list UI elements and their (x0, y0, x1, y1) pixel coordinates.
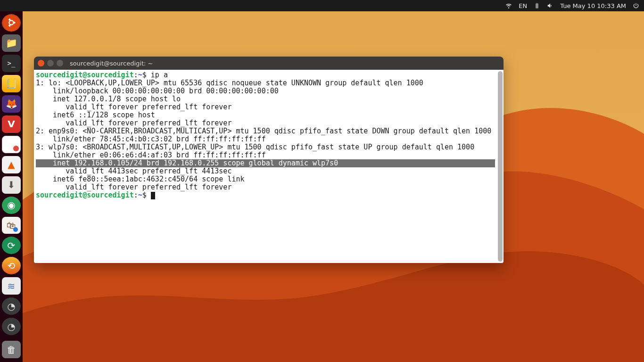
text-editor-icon[interactable] (2, 136, 21, 153)
sound-indicator[interactable] (547, 2, 553, 9)
terminal-output-line: valid_lft forever preferred_lft forever (36, 119, 231, 127)
window-close-button[interactable] (38, 60, 44, 66)
wifi-icon (505, 2, 512, 9)
prompt-user: sourcedigit@sourcedigit (36, 191, 134, 199)
firefox-icon[interactable]: 🦊 (2, 95, 21, 113)
terminal-output-line: inet 127.0.0.1/8 scope host lo (36, 95, 181, 103)
terminal-command: ip a (151, 71, 168, 79)
window-titlebar[interactable]: sourcedigit@sourcedigit: ~ (34, 57, 504, 70)
terminal-output-line: valid_lft forever preferred_lft forever (36, 103, 231, 111)
software-bag-icon[interactable]: 🛍 (2, 217, 21, 234)
indicator-1-icon[interactable]: ◔ (2, 297, 21, 315)
keyboard-layout-indicator[interactable]: EN (519, 2, 527, 9)
terminal-output-line: 1: lo: <LOOPBACK,UP,LOWER_UP> mtu 65536 … (36, 79, 423, 87)
terminal-cursor (151, 192, 155, 199)
terminal-output-line: link/ether e0:06:e6:d4:af:03 brd ff:ff:f… (36, 151, 266, 159)
ubuntu-logo-icon (6, 17, 17, 28)
battery-indicator[interactable] (534, 2, 540, 9)
network-indicator[interactable] (505, 2, 512, 9)
top-menu-bar: EN Tue May 10 10:33 AM (0, 0, 644, 11)
prompt-path: ~ (138, 191, 142, 199)
files-icon[interactable]: 📁 (2, 34, 21, 52)
terminal-highlighted-line: inet 192.168.0.105/24 brd 192.168.0.255 … (36, 159, 495, 167)
svg-point-3 (8, 25, 10, 27)
svg-point-0 (9, 21, 13, 25)
clock[interactable]: Tue May 10 10:33 AM (560, 2, 626, 9)
terminal-window: sourcedigit@sourcedigit: ~ sourcedigit@s… (34, 57, 504, 263)
trash-icon[interactable]: 🗑 (2, 341, 21, 358)
vivaldi-icon[interactable]: V (2, 115, 21, 133)
svg-point-1 (13, 22, 15, 24)
launcher-dock: 📁 >_ 📒 🦊 V ▲ ⬇ ◉ 🛍 ⟳ ⟲ ≋ ◔ ◔ 🗑 (0, 11, 23, 362)
window-maximize-button[interactable] (57, 60, 63, 66)
updater-icon[interactable]: ⟳ (2, 237, 21, 254)
terminal-body[interactable]: sourcedigit@sourcedigit:~$ ip a 1: lo: <… (34, 70, 504, 263)
terminal-output-line: 2: enp9s0: <NO-CARRIER,BROADCAST,MULTICA… (36, 127, 491, 135)
svg-point-2 (8, 19, 10, 21)
window-minimize-button[interactable] (47, 60, 54, 66)
dash-icon[interactable] (2, 14, 21, 32)
notes-icon[interactable]: 📒 (2, 75, 21, 92)
prompt-user: sourcedigit@sourcedigit (36, 71, 134, 79)
software-center-icon[interactable]: ≋ (2, 277, 21, 295)
terminal-output-line: inet6 ::1/128 scope host (36, 111, 155, 119)
prompt-path: ~ (138, 71, 142, 79)
terminal-output-line: inet6 fe80::5eea:1abc:4632:c450/64 scope… (36, 175, 245, 183)
terminal-output-line: link/ether 78:45:c4:b0:c3:02 brd ff:ff:f… (36, 135, 266, 143)
window-title: sourcedigit@sourcedigit: ~ (70, 60, 153, 67)
shutter-icon[interactable]: ◉ (2, 197, 21, 214)
vlc-icon[interactable]: ▲ (2, 156, 21, 173)
terminal-scrollbar[interactable] (498, 71, 503, 262)
battery-icon (534, 2, 540, 9)
terminal-output-line: 3: wlp7s0: <BROADCAST,MULTICAST,UP,LOWER… (36, 143, 474, 151)
terminal-output-line: valid_lft 4413sec preferred_lft 4413sec (36, 167, 231, 175)
power-icon (633, 2, 639, 9)
volume-icon (547, 2, 553, 9)
terminal-launcher-icon[interactable]: >_ (2, 55, 21, 72)
terminal-output-line: valid_lft forever preferred_lft forever (36, 183, 231, 191)
terminal-output-line: link/loopback 00:00:00:00:00:00 brd 00:0… (36, 87, 279, 95)
indicator-2-icon[interactable]: ◔ (2, 318, 21, 335)
archive-icon[interactable]: ⬇ (2, 176, 21, 194)
session-indicator[interactable] (633, 2, 639, 9)
sync-icon[interactable]: ⟲ (2, 257, 21, 274)
